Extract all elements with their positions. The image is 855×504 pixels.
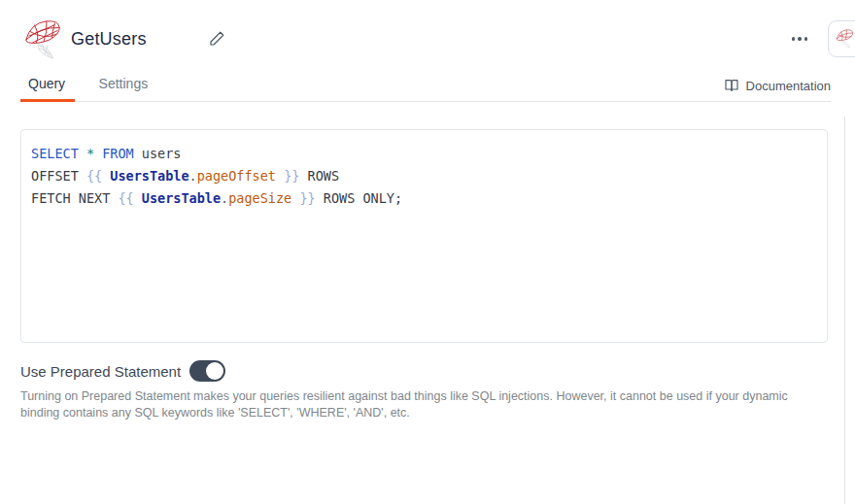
page-title: GetUsers [71, 29, 147, 50]
dot-icon [798, 37, 802, 41]
editor-tabbar: Query Settings Documentation [20, 70, 831, 102]
documentation-label: Documentation [746, 79, 831, 93]
sql-code-editor[interactable]: SELECT * FROM usersOFFSET {{ UsersTable.… [20, 129, 828, 343]
documentation-link[interactable]: Documentation [724, 78, 831, 93]
edit-name-pencil-icon[interactable] [208, 30, 225, 48]
query-header: GetUsers [0, 0, 855, 68]
code-line: FETCH NEXT {{ UsersTable.pageSize }} ROW… [31, 187, 817, 210]
code-line: OFFSET {{ UsersTable.pageOffset }} ROWS [31, 165, 817, 187]
prepared-statement-description: Turning on Prepared Statement makes your… [20, 388, 825, 420]
datasource-logo-button[interactable] [828, 20, 855, 57]
code-line: SELECT * FROM users [31, 143, 817, 165]
open-book-icon [724, 78, 739, 93]
code-lines: SELECT * FROM usersOFFSET {{ UsersTable.… [31, 143, 817, 210]
toggle-knob [206, 362, 223, 380]
tab-settings[interactable]: Settings [95, 70, 153, 101]
tab-query[interactable]: Query [24, 70, 69, 101]
prepared-statement-row: Use Prepared Statement [20, 360, 225, 382]
prepared-statement-label: Use Prepared Statement [20, 363, 181, 380]
sqlserver-logo-icon [835, 28, 855, 50]
prepared-statement-toggle[interactable] [189, 360, 225, 382]
right-panel-divider [844, 117, 845, 504]
more-options-button[interactable] [787, 29, 812, 49]
sqlserver-logo-icon [21, 17, 66, 62]
dot-icon [804, 37, 808, 41]
dot-icon [792, 37, 796, 41]
